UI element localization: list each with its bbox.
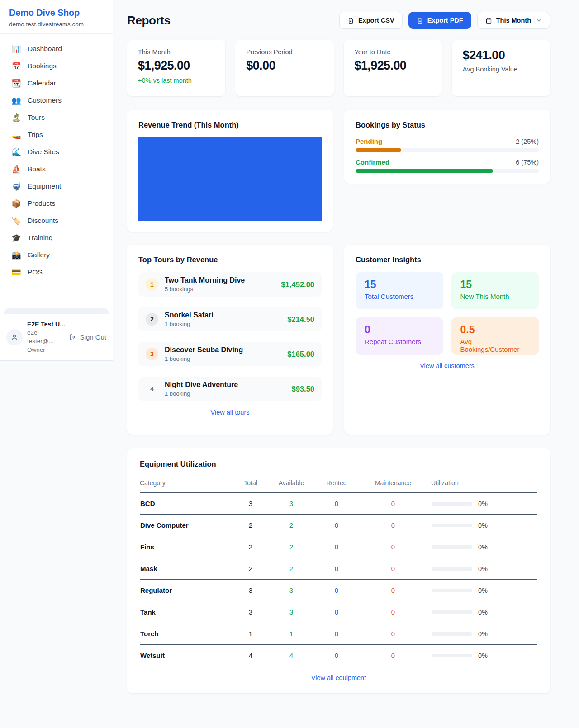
- sidebar-item-dashboard[interactable]: 📊 Dashboard: [4, 40, 109, 57]
- cell-total: 2: [230, 558, 271, 580]
- utilization-percent: 0%: [478, 565, 488, 572]
- brand: Demo Dive Shop demo.test.divestreams.com: [0, 0, 113, 34]
- cell-available: 3: [271, 493, 312, 515]
- revenue-trend-title: Revenue Trend (This Month): [138, 121, 322, 129]
- sidebar-item-customers[interactable]: 👥 Customers: [4, 92, 109, 109]
- stat-card-this-month: This Month $1,925.00 +0% vs last month: [127, 40, 225, 96]
- page-header: Reports Export CSV Export PDF This Month: [127, 12, 550, 29]
- utilization-bar-track: [432, 589, 472, 592]
- stat-value: $0.00: [246, 59, 323, 73]
- view-all-equipment-link[interactable]: View all equipment: [140, 674, 537, 681]
- training-icon: 🎓: [11, 234, 21, 242]
- utilization-cell: 0%: [425, 609, 537, 616]
- export-csv-label: Export CSV: [358, 17, 394, 24]
- tour-bookings: 1 booking: [165, 355, 243, 362]
- cell-total: 4: [230, 645, 271, 667]
- utilization-cell: 0%: [425, 544, 537, 551]
- status-bar-track: [356, 148, 539, 152]
- top-tours-card: Top Tours by Revenue 1 Two Tank Morning …: [127, 245, 333, 435]
- sidebar-item-products[interactable]: 📦 Products: [4, 195, 109, 212]
- cell-available: 2: [271, 515, 312, 536]
- person-icon: [10, 333, 19, 341]
- tile-value: 15: [460, 279, 530, 291]
- products-icon: 📦: [11, 200, 21, 208]
- discounts-icon: 🏷️: [11, 217, 21, 225]
- tile-label: New This Month: [460, 293, 530, 300]
- column-header: Maintenance: [361, 475, 425, 493]
- cell-category: Dive Computer: [140, 515, 230, 536]
- sidebar-item-discounts[interactable]: 🏷️ Discounts: [4, 212, 109, 229]
- cell-available: 2: [271, 536, 312, 558]
- sidebar-item-reports-partial[interactable]: [4, 308, 109, 314]
- stat-label: Avg Booking Value: [463, 66, 539, 73]
- rank-badge: 1: [146, 278, 158, 291]
- sidebar-item-label: Calendar: [28, 79, 56, 87]
- tour-bookings: 5 bookings: [165, 286, 245, 293]
- sidebar-item-equipment[interactable]: 🤿 Equipment: [4, 178, 109, 195]
- equipment-table: Category Total Available Rented Maintena…: [140, 475, 537, 667]
- sidebar-item-label: Discounts: [28, 217, 58, 225]
- insights-row: Top Tours by Revenue 1 Two Tank Morning …: [127, 245, 550, 435]
- cell-rented: 0: [312, 493, 361, 515]
- bookings-icon: 📅: [11, 62, 21, 70]
- export-pdf-label: Export PDF: [427, 17, 463, 24]
- tile-value: 0: [365, 324, 434, 336]
- sidebar-item-tours[interactable]: 🏝️ Tours: [4, 109, 109, 126]
- period-dropdown[interactable]: This Month: [477, 12, 550, 29]
- cell-category: Tank: [140, 601, 230, 623]
- sidebar-item-label: Bookings: [28, 62, 57, 70]
- sidebar-item-calendar[interactable]: 📆 Calendar: [4, 75, 109, 92]
- shop-name: Demo Dive Shop: [9, 8, 104, 18]
- cell-maintenance: 0: [361, 645, 425, 667]
- status-bar-fill: [356, 169, 493, 173]
- export-pdf-button[interactable]: Export PDF: [408, 12, 471, 29]
- equipment-icon: 🤿: [11, 183, 21, 190]
- file-download-icon: [347, 17, 354, 24]
- tour-name: Discover Scuba Diving: [165, 346, 243, 354]
- sidebar-item-training[interactable]: 🎓 Training: [4, 229, 109, 246]
- cell-category: BCD: [140, 493, 230, 515]
- column-header: Available: [271, 475, 312, 493]
- tile-new-this-month: 15 New This Month: [451, 272, 539, 309]
- sidebar-item-pos[interactable]: 💳 POS: [4, 264, 109, 281]
- bookings-by-status-card: Bookings by Status Pending 2 (25%) Confi…: [344, 110, 550, 184]
- customer-insights-card: Customer Insights 15 Total Customers 15 …: [344, 245, 550, 435]
- sidebar: Demo Dive Shop demo.test.divestreams.com…: [0, 0, 113, 361]
- file-download-icon: [417, 17, 423, 24]
- sidebar-item-label: Training: [28, 234, 52, 242]
- tour-bookings: 1 booking: [165, 390, 238, 397]
- tour-amount: $214.50: [287, 315, 314, 324]
- utilization-bar-track: [432, 654, 472, 657]
- tile-label: Total Customers: [365, 293, 434, 300]
- sidebar-item-dive-sites[interactable]: 🌊 Dive Sites: [4, 143, 109, 161]
- sidebar-item-boats[interactable]: ⛵ Boats: [4, 161, 109, 178]
- sidebar-item-trips[interactable]: 🚤 Trips: [4, 126, 109, 143]
- stat-card-year-to-date: Year to Date $1,925.00: [344, 40, 442, 96]
- sidebar-item-bookings[interactable]: 📅 Bookings: [4, 57, 109, 75]
- cell-maintenance: 0: [361, 601, 425, 623]
- sidebar-item-gallery[interactable]: 📸 Gallery: [4, 246, 109, 264]
- stat-card-avg-booking-value: $241.00 Avg Booking Value: [452, 40, 550, 96]
- tour-amount: $1,452.00: [281, 280, 314, 289]
- tour-amount: $93.50: [292, 385, 314, 393]
- table-row: Regulator 3 3 0 0 0%: [140, 580, 537, 601]
- export-csv-button[interactable]: Export CSV: [339, 12, 403, 29]
- tile-value: 15: [365, 279, 434, 291]
- view-all-customers-link[interactable]: View all customers: [356, 362, 539, 369]
- table-row: Tank 3 3 0 0 0%: [140, 601, 537, 623]
- view-all-tours-link[interactable]: View all tours: [138, 409, 322, 416]
- sign-out-button[interactable]: Sign Out: [69, 333, 106, 341]
- user-info: E2E Test U... e2e-tester@... Owner: [27, 320, 65, 355]
- equipment-title: Equipment Utilization: [140, 460, 537, 468]
- utilization-bar-track: [432, 632, 472, 636]
- stat-value: $1,925.00: [138, 59, 214, 73]
- insights-grid: 15 Total Customers 15 New This Month 0 R…: [356, 272, 539, 355]
- status-bar-track: [356, 169, 539, 173]
- tours-icon: 🏝️: [11, 114, 21, 122]
- user-footer: E2E Test U... e2e-tester@... Owner Sign …: [0, 314, 113, 360]
- status-label: Confirmed: [356, 158, 389, 166]
- customer-insights-title: Customer Insights: [356, 255, 539, 264]
- utilization-bar-track: [432, 545, 472, 549]
- tour-name: Night Dive Adventure: [165, 381, 238, 389]
- chevron-down-icon: [536, 18, 542, 24]
